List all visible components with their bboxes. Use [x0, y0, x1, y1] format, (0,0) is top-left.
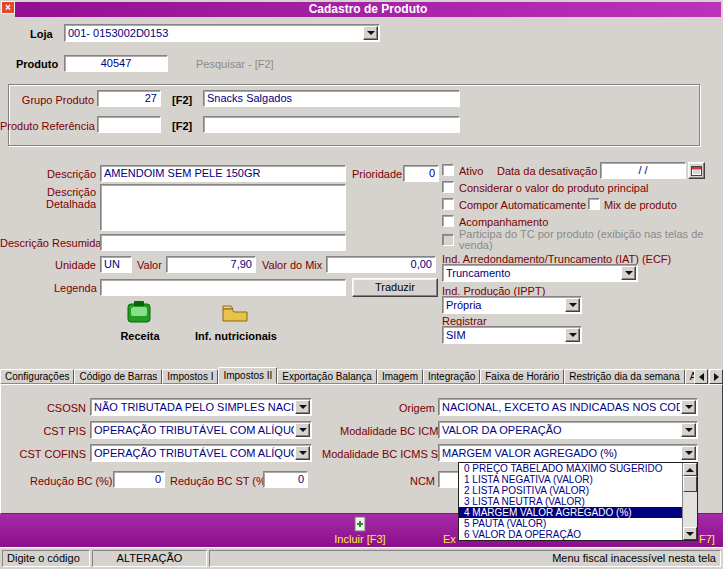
tab-codigo-de-barras[interactable]: Código de Barras — [74, 369, 162, 384]
dropdown-option-selected[interactable]: 4 MARGEM VALOR AGREGADO (%) — [459, 507, 682, 518]
compor-automaticamente-checkbox[interactable] — [442, 198, 454, 210]
modalidade-bc-icms-select[interactable]: VALOR DA OPERAÇÃO — [438, 421, 698, 439]
cst-pis-select[interactable]: OPERAÇÃO TRIBUTÁVEL COM ALÍQUOTA BÁSICA — [90, 421, 312, 439]
mix-de-produto-label: Mix de produto — [604, 199, 677, 212]
tab-impostos-2[interactable]: Impostos II — [218, 367, 277, 384]
origem-dropdown-button[interactable] — [681, 400, 696, 414]
csosn-dropdown-button[interactable] — [295, 400, 310, 414]
cst-pis-value: OPERAÇÃO TRIBUTÁVEL COM ALÍQUOTA BÁSICA — [91, 422, 294, 438]
descricao-input[interactable]: AMENDOIM SEM PELE 150GR — [100, 165, 346, 182]
modalidade-bc-icms-st-dropdown-list: 0 PREÇO TABELADO MÁXIMO SUGERIDO 1 LISTA… — [458, 462, 698, 541]
reducao-bc-st-input[interactable]: 0 — [263, 471, 308, 488]
date-picker-button[interactable] — [688, 162, 705, 179]
calendar-icon — [691, 165, 702, 176]
considerar-valor-label: Considerar o valor do produto principal — [459, 182, 649, 195]
chevron-down-icon — [299, 428, 307, 432]
valor-input[interactable]: 7,90 — [166, 256, 256, 273]
valor-do-mix-input[interactable]: 0,00 — [326, 256, 436, 273]
iat-dropdown-button[interactable] — [621, 266, 636, 280]
cst-pis-label: CST PIS — [30, 425, 86, 438]
grupo-produto-label: Grupo Produto — [20, 94, 94, 107]
ativo-checkbox[interactable] — [442, 164, 454, 176]
loja-dropdown-button[interactable] — [363, 26, 378, 40]
status-hint: Digite o código — [2, 550, 90, 567]
acompanhamento-checkbox[interactable] — [442, 215, 454, 227]
cst-pis-dropdown-button[interactable] — [295, 423, 310, 437]
cst-cofins-dropdown-button[interactable] — [295, 446, 310, 460]
modalidade-bc-icms-st-select[interactable]: MARGEM VALOR AGREGADO (%) — [438, 444, 698, 462]
close-icon[interactable]: × — [1, 1, 15, 14]
data-desativacao-input[interactable]: / / — [600, 162, 686, 179]
grupo-produto-code-input[interactable]: 27 — [97, 90, 161, 107]
produto-referencia-f2-label: [F2] — [172, 120, 192, 133]
loja-select[interactable]: 001- 0153002D0153 — [64, 24, 380, 42]
csosn-label: CSOSN — [30, 402, 86, 415]
tab-impostos-1[interactable]: Impostos I — [162, 369, 218, 384]
produto-code-input[interactable]: 40547 — [64, 55, 168, 72]
loja-value: 001- 0153002D0153 — [65, 25, 362, 41]
ippt-select[interactable]: Própria — [442, 296, 582, 314]
dropdown-option[interactable]: 1 LISTA NEGATIVA (VALOR) — [459, 474, 682, 485]
chevron-down-icon — [299, 451, 307, 455]
tab-configuracoes[interactable]: Configurações — [0, 369, 74, 384]
descricao-resumida-input[interactable] — [100, 234, 346, 251]
ippt-dropdown-button[interactable] — [565, 298, 580, 312]
tab-faixa-de-horario[interactable]: Faixa de Horário — [480, 369, 564, 384]
modalidade-bc-icms-st-label: Modalidade BC ICMS ST — [322, 448, 435, 461]
window-title: Cadastro de Produto — [309, 2, 428, 16]
produto-referencia-code-input[interactable] — [97, 116, 161, 133]
descricao-detalhada-textarea[interactable] — [100, 184, 346, 231]
unidade-input[interactable]: UN — [100, 256, 132, 273]
tab-exportacao-balanca[interactable]: Exportação Balança — [277, 369, 377, 384]
registrar-select[interactable]: SIM — [442, 326, 582, 344]
receita-icon[interactable] — [127, 300, 151, 326]
scrollbar-thumb[interactable] — [683, 476, 697, 492]
descricao-label: Descrição — [40, 168, 96, 181]
scroll-up-button[interactable] — [683, 463, 697, 476]
iat-select[interactable]: Truncamento — [442, 264, 638, 282]
dropdown-scrollbar[interactable] — [682, 463, 697, 540]
prioridade-input[interactable]: 0 — [403, 165, 439, 182]
inf-nutricionais-icon[interactable] — [222, 303, 248, 324]
f7-button-partial[interactable]: F7] — [699, 533, 715, 545]
tab-acoes[interactable]: Aç — [685, 369, 694, 384]
tab-imagem[interactable]: Imagem — [377, 369, 423, 384]
modalidade-bc-icms-st-dropdown-button[interactable] — [681, 446, 696, 460]
modalidade-bc-icms-dropdown-button[interactable] — [681, 423, 696, 437]
dropdown-option[interactable]: 2 LISTA POSITIVA (VALOR) — [459, 485, 682, 496]
incluir-button[interactable]: Incluir [F3] — [312, 533, 408, 545]
dropdown-option[interactable]: 3 LISTA NEUTRA (VALOR) — [459, 496, 682, 507]
origem-value: NACIONAL, EXCETO AS INDICADAS NOS CODIGO… — [439, 399, 680, 415]
dropdown-option[interactable]: 6 VALOR DA OPERAÇÃO — [459, 529, 682, 540]
tab-restricao-dia-da-semana[interactable]: Restrição dia da semana — [564, 369, 685, 384]
grupo-produto-name-input[interactable]: Snacks Salgados — [203, 90, 460, 107]
cst-cofins-select[interactable]: OPERAÇÃO TRIBUTÁVEL COM ALÍQUOTA BÁSICA — [90, 444, 312, 462]
data-desativacao-label: Data da desativação — [497, 165, 597, 178]
dropdown-option[interactable]: 0 PREÇO TABELADO MÁXIMO SUGERIDO — [459, 463, 682, 474]
excluir-button-partial[interactable]: Ex — [443, 533, 456, 545]
loja-label: Loja — [30, 28, 53, 41]
pesquisar-hint: Pesquisar - [F2] — [196, 58, 274, 71]
chevron-down-icon — [685, 405, 693, 409]
reducao-bc-input[interactable]: 0 — [113, 471, 165, 488]
scroll-down-button[interactable] — [683, 527, 697, 540]
prioridade-label: Prioridade — [352, 168, 402, 181]
registrar-dropdown-button[interactable] — [565, 328, 580, 342]
mix-de-produto-checkbox[interactable] — [588, 198, 600, 210]
traduzir-button[interactable]: Traduzir — [352, 278, 438, 297]
tab-scroll-left-button[interactable] — [694, 369, 708, 384]
chevron-down-icon — [367, 31, 375, 35]
tab-bar: Configurações Código de Barras Impostos … — [0, 367, 694, 384]
considerar-valor-checkbox[interactable] — [442, 181, 454, 193]
valor-label: Valor — [137, 259, 162, 272]
title-bar: Cadastro de Produto — [15, 2, 721, 17]
tab-scroll-right-button[interactable] — [709, 369, 723, 384]
legenda-input[interactable] — [100, 279, 346, 296]
produto-referencia-name-input[interactable] — [203, 116, 460, 133]
dropdown-option[interactable]: 5 PAUTA (VALOR) — [459, 518, 682, 529]
status-message: Menu fiscal inacessível nesta tela — [209, 550, 721, 567]
registrar-value: SIM — [443, 327, 564, 343]
tab-integracao[interactable]: Integração — [423, 369, 480, 384]
origem-select[interactable]: NACIONAL, EXCETO AS INDICADAS NOS CODIGO… — [438, 398, 698, 416]
csosn-select[interactable]: NÃO TRIBUTADA PELO SIMPLES NACIONAL — [90, 398, 312, 416]
